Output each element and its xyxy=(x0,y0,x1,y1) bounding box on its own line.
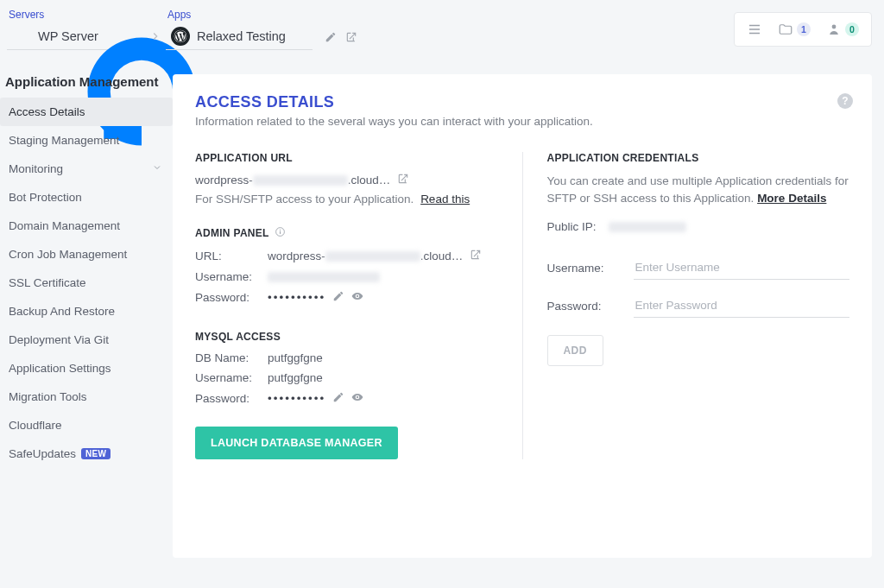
application-url[interactable]: wordpress-.cloud… xyxy=(195,173,498,187)
page-title: ACCESS DETAILS xyxy=(195,93,849,111)
sidebar-item-label: Monitoring xyxy=(9,162,63,175)
redacted-text xyxy=(609,222,686,232)
cred-password-label: Password: xyxy=(547,300,634,313)
sidebar-item-monitoring[interactable]: Monitoring xyxy=(0,155,173,183)
ssh-hint: For SSH/SFTP access to your Application.… xyxy=(195,193,498,205)
redacted-text xyxy=(253,175,348,186)
read-this-link[interactable]: Read this xyxy=(420,193,470,205)
section-admin-panel: ADMIN PANEL xyxy=(195,226,498,240)
account-badge: 0 xyxy=(845,22,859,36)
sidebar-item-label: Cloudflare xyxy=(9,419,62,432)
public-ip-label: Public IP: xyxy=(547,220,597,233)
app-name: Relaxed Testing xyxy=(197,29,286,43)
sidebar-item-label: SafeUpdates xyxy=(9,447,76,460)
projects-badge: 1 xyxy=(797,22,811,36)
help-icon[interactable]: ? xyxy=(837,93,853,109)
sidebar-item-label: Application Settings xyxy=(9,362,111,375)
sidebar-item-label: Bot Protection xyxy=(9,191,82,204)
servers-label: Servers xyxy=(9,9,136,21)
top-bar: Servers WP Server Apps Relaxed Testing 1 xyxy=(0,0,884,62)
caret-down-icon xyxy=(123,32,131,41)
new-badge: NEW xyxy=(81,448,110,459)
sidebar-item-cron-job-management[interactable]: Cron Job Management xyxy=(0,240,173,269)
chevron-down-icon xyxy=(152,162,162,175)
admin-password-label: Password: xyxy=(195,291,268,304)
list-view-button[interactable] xyxy=(747,22,762,37)
sidebar-item-label: Access Details xyxy=(9,105,85,118)
mysql-password-value: •••••••••• xyxy=(268,392,325,405)
sidebar-item-migration-tools[interactable]: Migration Tools xyxy=(0,383,173,411)
caret-down-icon xyxy=(299,32,307,41)
admin-password-value: •••••••••• xyxy=(268,291,325,304)
sidebar-item-label: Backup And Restore xyxy=(9,305,115,318)
section-mysql-access: MYSQL ACCESS xyxy=(195,331,498,343)
redacted-text xyxy=(325,251,420,262)
reveal-password-icon[interactable] xyxy=(351,391,363,406)
cred-username-label: Username: xyxy=(547,262,634,275)
reveal-password-icon[interactable] xyxy=(351,290,363,305)
sidebar-item-ssl-certificate[interactable]: SSL Certificate xyxy=(0,269,173,297)
server-name: WP Server xyxy=(38,29,98,43)
main-card: ? ACCESS DETAILS Information related to … xyxy=(173,74,872,558)
admin-username-label: Username: xyxy=(195,270,268,283)
redacted-text xyxy=(268,272,380,282)
topbar-tools: 1 0 xyxy=(734,12,872,47)
credentials-description: You can create and use multiple Applicat… xyxy=(547,173,850,206)
sidebar-item-cloudflare[interactable]: Cloudflare xyxy=(0,411,173,439)
admin-url-value[interactable]: wordpress-.cloud… xyxy=(268,249,482,263)
admin-username-value xyxy=(268,272,380,282)
app-crumb: Apps Relaxed Testing xyxy=(166,7,357,50)
mysql-dbname-value: putfggfgne xyxy=(268,351,323,364)
sidebar-item-staging-management[interactable]: Staging Management xyxy=(0,126,173,155)
mysql-dbname-label: DB Name: xyxy=(195,351,268,364)
add-credential-button[interactable]: ADD xyxy=(547,335,603,366)
projects-button[interactable]: 1 xyxy=(778,22,811,37)
launch-db-manager-button[interactable]: LAUNCH DATABASE MANAGER xyxy=(195,427,398,459)
sidebar-item-application-settings[interactable]: Application Settings xyxy=(0,354,173,383)
external-link-icon[interactable] xyxy=(397,173,409,187)
section-app-credentials: APPLICATION CREDENTIALS xyxy=(547,152,850,164)
section-application-url: APPLICATION URL xyxy=(195,152,498,164)
sidebar-item-backup-and-restore[interactable]: Backup And Restore xyxy=(0,297,173,326)
sidebar-item-bot-protection[interactable]: Bot Protection xyxy=(0,183,173,212)
server-selector[interactable]: WP Server xyxy=(7,23,136,50)
wordpress-icon xyxy=(171,27,190,46)
sidebar-item-label: Migration Tools xyxy=(9,390,87,403)
sidebar-item-deployment-via-git[interactable]: Deployment Via Git xyxy=(0,326,173,354)
admin-url-label: URL: xyxy=(195,250,268,262)
sidebar-item-domain-management[interactable]: Domain Management xyxy=(0,212,173,240)
edit-app-button[interactable] xyxy=(325,31,337,43)
edit-password-icon[interactable] xyxy=(332,290,344,305)
digitalocean-icon xyxy=(12,27,31,46)
mysql-username-value: putfggfgne xyxy=(268,371,323,384)
sidebar-item-label: Staging Management xyxy=(9,134,119,147)
account-button[interactable]: 0 xyxy=(826,22,859,37)
sidebar-item-label: Cron Job Management xyxy=(9,248,127,261)
sidebar-item-safeupdates[interactable]: SafeUpdates NEW xyxy=(0,439,173,468)
server-crumb: Servers WP Server xyxy=(7,7,136,50)
cred-username-input[interactable] xyxy=(634,256,850,280)
edit-password-icon[interactable] xyxy=(332,391,344,406)
open-app-button[interactable] xyxy=(345,31,357,43)
chevron-right-icon xyxy=(145,19,166,54)
mysql-password-label: Password: xyxy=(195,392,268,405)
app-selector[interactable]: Relaxed Testing xyxy=(166,23,313,50)
more-details-link[interactable]: More Details xyxy=(757,192,826,205)
external-link-icon[interactable] xyxy=(470,249,482,263)
sidebar-title: Application Management xyxy=(0,74,173,98)
sidebar: Application Management Access DetailsSta… xyxy=(0,62,173,558)
cred-password-input[interactable] xyxy=(634,294,850,318)
sidebar-item-label: Domain Management xyxy=(9,219,120,232)
sidebar-item-access-details[interactable]: Access Details xyxy=(0,98,173,126)
apps-label: Apps xyxy=(167,9,357,21)
sidebar-item-label: Deployment Via Git xyxy=(9,333,109,346)
info-icon[interactable] xyxy=(275,226,286,240)
sidebar-item-label: SSL Certificate xyxy=(9,276,86,289)
page-subtitle: Information related to the several ways … xyxy=(195,115,849,128)
mysql-username-label: Username: xyxy=(195,371,268,384)
